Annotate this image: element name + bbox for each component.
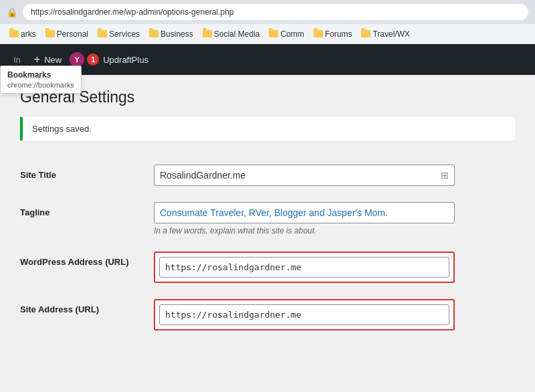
tagline-cell: Consumate Traveler, RVer, Blogger and Ja… bbox=[154, 194, 515, 243]
notice-text: Settings saved. bbox=[32, 124, 92, 134]
bookmark-services[interactable]: Services bbox=[94, 28, 144, 40]
site-address-cell bbox=[154, 291, 515, 338]
wp-address-row: WordPress Address (URL) bbox=[20, 243, 515, 291]
wp-address-input[interactable] bbox=[159, 257, 449, 278]
lock-icon: 🔒 bbox=[7, 7, 17, 17]
tooltip-title: Bookmarks bbox=[7, 70, 74, 80]
bookmarks-bar: arks Personal Services Business Social M… bbox=[0, 24, 535, 44]
site-address-label: Site Address (URL) bbox=[20, 291, 154, 338]
tooltip-url: chrome://bookmarks bbox=[7, 81, 74, 89]
browser-bar: 🔒 https://rosalindgardner.me/wp-admin/op… bbox=[0, 0, 535, 24]
bookmark-tooltip: Bookmarks chrome://bookmarks bbox=[0, 66, 82, 94]
folder-icon bbox=[269, 30, 278, 37]
bookmark-label: Social Media bbox=[214, 29, 260, 39]
bookmark-arks[interactable]: arks bbox=[5, 28, 40, 40]
bookmark-label: Personal bbox=[57, 29, 88, 39]
badge-count: 1 bbox=[87, 54, 99, 66]
site-address-input[interactable] bbox=[159, 304, 449, 325]
tagline-value: Consumate Traveler, RVer, Blogger and Ja… bbox=[160, 207, 388, 218]
folder-icon bbox=[45, 30, 55, 37]
updraft-label: UpdraftPlus bbox=[103, 55, 148, 65]
yoast-icon[interactable]: Y bbox=[70, 52, 84, 67]
bookmark-label: Services bbox=[109, 29, 140, 39]
bookmark-label: Comm bbox=[280, 29, 304, 39]
bookmark-forums[interactable]: Forums bbox=[310, 28, 356, 40]
wp-content: General Settings Settings saved. Site Ti… bbox=[0, 75, 535, 392]
folder-icon bbox=[98, 30, 107, 37]
site-title-input[interactable] bbox=[160, 170, 441, 181]
folder-icon bbox=[149, 30, 158, 37]
site-title-label: Site Title bbox=[20, 157, 154, 194]
wp-address-highlighted bbox=[154, 252, 455, 283]
updraft-badge[interactable]: 1 UpdraftPlus bbox=[87, 54, 148, 66]
folder-icon bbox=[314, 30, 323, 37]
bookmark-business[interactable]: Business bbox=[145, 28, 197, 40]
page-title: General Settings bbox=[20, 88, 515, 106]
site-title-input-wrapper[interactable]: ⊞ bbox=[154, 165, 455, 186]
bookmark-label: arks bbox=[21, 29, 36, 39]
plus-icon: + bbox=[34, 54, 40, 66]
wp-address-cell bbox=[154, 243, 515, 291]
wp-address-label: WordPress Address (URL) bbox=[20, 243, 154, 291]
tagline-description: In a few words, explain what this site i… bbox=[154, 226, 515, 235]
url-text: https://rosalindgardner.me/wp-admin/opti… bbox=[31, 7, 234, 17]
folder-icon bbox=[203, 30, 212, 37]
bookmark-comm[interactable]: Comm bbox=[265, 28, 308, 40]
settings-saved-notice: Settings saved. bbox=[20, 117, 515, 140]
url-bar[interactable]: https://rosalindgardner.me/wp-admin/opti… bbox=[23, 4, 528, 20]
site-address-row: Site Address (URL) bbox=[20, 291, 515, 338]
site-address-highlighted bbox=[154, 299, 455, 330]
tagline-row: Tagline Consumate Traveler, RVer, Blogge… bbox=[20, 194, 515, 243]
bookmark-label: Travel/WX bbox=[372, 29, 410, 39]
bookmark-label: Forums bbox=[325, 29, 352, 39]
site-title-row: Site Title ⊞ bbox=[20, 157, 515, 194]
yoast-letter: Y bbox=[75, 56, 80, 64]
bookmark-label: Business bbox=[160, 29, 193, 39]
bookmark-travel[interactable]: Travel/WX bbox=[357, 28, 414, 40]
tagline-label: Tagline bbox=[20, 194, 154, 243]
site-title-cell: ⊞ bbox=[154, 157, 515, 194]
bookmark-personal[interactable]: Personal bbox=[41, 28, 92, 40]
folder-icon bbox=[361, 30, 370, 37]
settings-form: Site Title ⊞ Tagline Consumate Traveler,… bbox=[20, 157, 515, 338]
tagline-input-wrapper[interactable]: Consumate Traveler, RVer, Blogger and Ja… bbox=[154, 202, 455, 223]
new-label: New bbox=[44, 55, 62, 65]
folder-icon bbox=[9, 30, 19, 37]
bookmark-social-media[interactable]: Social Media bbox=[199, 28, 264, 40]
emoji-picker-icon[interactable]: ⊞ bbox=[441, 170, 449, 181]
